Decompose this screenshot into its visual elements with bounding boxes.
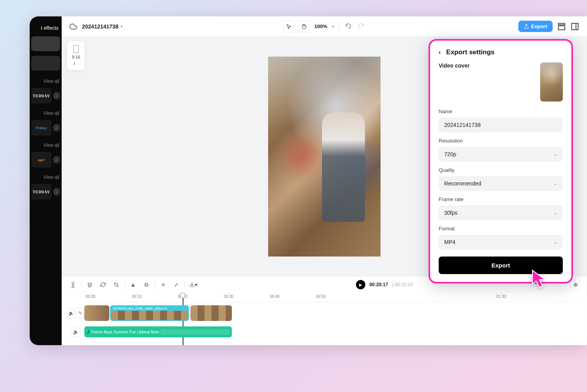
- copy-button[interactable]: ⧉: [141, 279, 152, 290]
- chevron-down-icon: ⌄: [553, 181, 557, 186]
- view-all-2[interactable]: View all: [30, 105, 62, 118]
- framerate-select[interactable]: 30fps⌄: [439, 205, 563, 220]
- svg-rect-1: [559, 26, 565, 30]
- audio-clip[interactable]: ♪ Future Bass Summer Fun Upbeat Main: [84, 326, 232, 337]
- export-button[interactable]: Export: [518, 21, 553, 32]
- tiktok-icon: ♪: [73, 61, 79, 66]
- chevron-right-icon[interactable]: ›: [53, 124, 60, 132]
- chevron-down-icon[interactable]: ▾: [332, 24, 334, 29]
- video-track: 🔈 ✎ 7679833-uhd_2160_4096_25fps.m: [67, 305, 582, 322]
- upload-icon: [524, 24, 529, 29]
- time-ruler[interactable]: 00:00 00:10 00:20 00:30 00:40 00:50 01:3…: [84, 293, 582, 302]
- music-icon: ♪: [87, 328, 90, 335]
- view-all-4[interactable]: View all: [30, 169, 62, 182]
- aspect-icon: [73, 45, 79, 53]
- aspect-ratio-badge[interactable]: 9:16 ♪: [67, 41, 85, 70]
- effects-sidebar: t effects View all TEDDAY › View all Fri…: [30, 16, 62, 345]
- video-clip-3[interactable]: [190, 305, 232, 321]
- video-preview[interactable]: [268, 57, 381, 257]
- redo-button[interactable]: [356, 21, 366, 32]
- preset-row-2[interactable]: Friday ›: [30, 118, 62, 137]
- crop-button[interactable]: [110, 279, 122, 290]
- canvas-tools: 100% ▾: [283, 21, 365, 32]
- timeline: 00:00 00:10 00:20 00:30 00:40 00:50 01:3…: [62, 293, 587, 345]
- top-bar: 202412141738 ▾ 100% ▾ Export: [62, 16, 587, 37]
- preset-row-1[interactable]: TEDDAY ›: [30, 86, 62, 105]
- pointer-tool[interactable]: [283, 21, 295, 32]
- name-input[interactable]: 202412141738: [439, 118, 563, 132]
- chevron-right-icon[interactable]: ›: [53, 188, 60, 196]
- sidebar-category-1[interactable]: [31, 36, 60, 51]
- mute-icon[interactable]: 🔈: [67, 308, 75, 318]
- panel-title: Export settings: [446, 48, 495, 56]
- split-tool[interactable]: ][: [67, 279, 79, 290]
- preset-row-4[interactable]: TEDDAY ›: [30, 182, 62, 201]
- delete-button[interactable]: [84, 279, 96, 290]
- project-name[interactable]: 202412141738: [82, 23, 118, 30]
- quality-select[interactable]: Recommended⌄: [439, 176, 563, 191]
- panel-icon[interactable]: [571, 22, 579, 31]
- time-total: | 00:32:24: [392, 282, 413, 287]
- video-clip-1[interactable]: [84, 305, 109, 321]
- adjust-button[interactable]: ≡: [157, 279, 169, 290]
- cloud-icon: [69, 23, 77, 30]
- audio-track: 🔈 ♪ Future Bass Summer Fun Upbeat Main: [67, 323, 582, 340]
- hand-tool[interactable]: [298, 21, 310, 32]
- video-clip-2-selected[interactable]: 7679833-uhd_2160_4096_25fps.m: [110, 305, 189, 321]
- speed-button[interactable]: ⤢: [171, 279, 182, 290]
- chevron-down-icon: ⌄: [553, 151, 557, 157]
- timeline-panel: ][ ▲ ⧉ ≡ ⤢ ▾ ▶ 00:20:17 | 00:32:24: [62, 276, 587, 345]
- download-button[interactable]: ▾: [187, 279, 199, 290]
- svg-rect-2: [572, 23, 578, 30]
- preset-row-3[interactable]: eger ›: [30, 150, 62, 169]
- video-cover-thumb[interactable]: [540, 62, 563, 102]
- sidebar-title: t effects: [30, 16, 62, 34]
- view-all-1[interactable]: View all: [30, 73, 62, 86]
- chevron-down-icon: ⌄: [553, 239, 557, 245]
- export-settings-panel: ‹ Export settings Video cover Name 20241…: [429, 39, 573, 283]
- mirror-button[interactable]: ▲: [127, 279, 139, 290]
- divider: [339, 23, 339, 30]
- zoom-in-button[interactable]: ⊕: [570, 279, 582, 290]
- chevron-down-icon: ⌄: [553, 210, 557, 216]
- play-button[interactable]: ▶: [356, 280, 365, 289]
- cursor-indicator: [531, 269, 550, 292]
- view-all-3[interactable]: View all: [30, 137, 62, 150]
- layout-icon[interactable]: [557, 22, 566, 31]
- rotate-button[interactable]: [97, 279, 109, 290]
- chevron-right-icon[interactable]: ›: [53, 156, 60, 164]
- chevron-right-icon[interactable]: ›: [53, 92, 60, 100]
- undo-button[interactable]: [344, 21, 353, 32]
- topbar-right: Export: [518, 21, 579, 32]
- sidebar-category-2[interactable]: [31, 56, 60, 71]
- chevron-down-icon[interactable]: ▾: [121, 24, 123, 29]
- zoom-level[interactable]: 100%: [314, 23, 327, 29]
- time-current: 00:20:17: [369, 282, 388, 287]
- svg-rect-0: [559, 23, 565, 25]
- back-button[interactable]: ‹: [439, 49, 441, 56]
- mute-icon[interactable]: 🔈: [71, 327, 81, 337]
- format-select[interactable]: MP4⌄: [439, 235, 563, 249]
- edit-icon[interactable]: ✎: [76, 308, 84, 318]
- resolution-select[interactable]: 720p⌄: [439, 147, 563, 162]
- video-cover-label: Video cover: [439, 62, 470, 69]
